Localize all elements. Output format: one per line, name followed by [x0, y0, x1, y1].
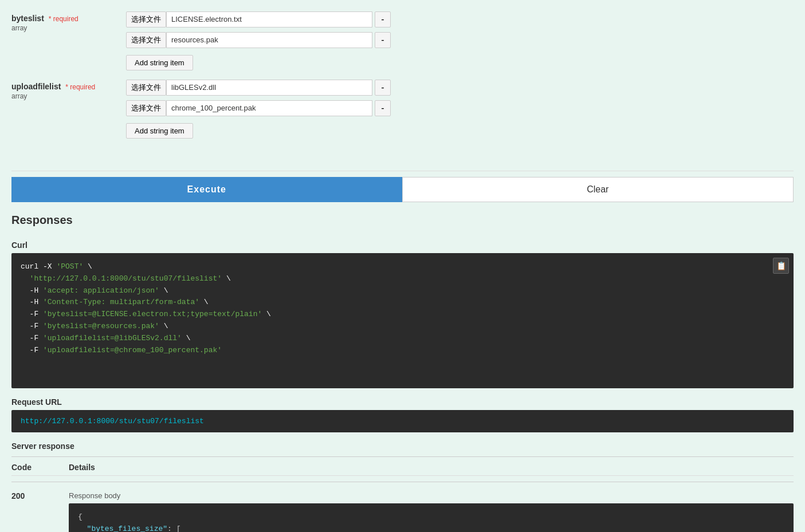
uploadfilelist-filename-1: chrome_100_percent.pak [166, 100, 372, 116]
curl-label: Curl [11, 241, 794, 250]
byteslist-choose-btn-1[interactable]: 选择文件 [126, 32, 166, 48]
byteslist-file-row-1: 选择文件 resources.pak - [126, 32, 794, 48]
server-response-label: Server response [11, 442, 794, 451]
uploadfilelist-remove-btn-0[interactable]: - [375, 80, 391, 96]
byteslist-label-area: byteslist * required array [11, 11, 126, 32]
curl-block: Curl curl -X 'POST' \ 'http://127.0.0.1:… [11, 241, 794, 388]
responses-section: Responses Curl curl -X 'POST' \ 'http://… [11, 214, 794, 532]
divider [11, 456, 794, 457]
byteslist-inputs: 选择文件 LICENSE.electron.txt - 选择文件 resourc… [126, 11, 794, 70]
sr-details-area: Response body { "bytes_files_size": [ 10… [69, 491, 794, 532]
uploadfilelist-file-row-1: 选择文件 chrome_100_percent.pak - [126, 100, 794, 116]
details-header: Details [69, 463, 794, 472]
action-bar: Execute Clear [11, 171, 794, 202]
byteslist-required: * required [49, 15, 78, 23]
divider2 [11, 482, 794, 482]
byteslist-label: byteslist [11, 14, 44, 23]
clear-button[interactable]: Clear [402, 177, 794, 202]
byteslist-remove-btn-0[interactable]: - [375, 11, 391, 27]
uploadfilelist-file-row-0: 选择文件 libGLESv2.dll - [126, 80, 794, 96]
uploadfilelist-required: * required [65, 83, 95, 91]
byteslist-field-group: byteslist * required array 选择文件 LICENSE.… [11, 11, 794, 70]
uploadfilelist-filename-0: libGLESv2.dll [166, 80, 372, 96]
uploadfilelist-choose-btn-1[interactable]: 选择文件 [126, 100, 166, 116]
request-url-block: Request URL http://127.0.0.1:8000/stu/st… [11, 397, 794, 432]
sr-code-value: 200 [11, 491, 69, 501]
uploadfilelist-add-btn[interactable]: Add string item [126, 123, 193, 139]
uploadfilelist-choose-btn-0[interactable]: 选择文件 [126, 80, 166, 96]
uploadfilelist-inputs: 选择文件 libGLESv2.dll - 选择文件 chrome_100_per… [126, 80, 794, 139]
sr-table-header: Code Details [11, 463, 794, 476]
server-response-section: Server response Code Details 200 Respons… [11, 442, 794, 532]
uploadfilelist-label: uploadfilelist [11, 82, 61, 91]
sr-row-200: 200 Response body { "bytes_files_size": … [11, 488, 794, 532]
uploadfilelist-label-area: uploadfilelist * required array [11, 80, 126, 100]
byteslist-filename-1: resources.pak [166, 32, 372, 48]
uploadfilelist-type: array [11, 92, 126, 100]
byteslist-file-row-0: 选择文件 LICENSE.electron.txt - [126, 11, 794, 27]
byteslist-choose-btn-0[interactable]: 选择文件 [126, 11, 166, 27]
page-wrapper: byteslist * required array 选择文件 LICENSE.… [0, 0, 805, 532]
curl-code: curl -X 'POST' \ 'http://127.0.0.1:8000/… [11, 253, 794, 388]
request-url-value: http://127.0.0.1:8000/stu/stu07/fileslis… [11, 410, 794, 432]
byteslist-remove-btn-1[interactable]: - [375, 32, 391, 48]
uploadfilelist-remove-btn-1[interactable]: - [375, 100, 391, 116]
uploadfilelist-field-group: uploadfilelist * required array 选择文件 lib… [11, 80, 794, 139]
curl-copy-btn[interactable]: 📋 [773, 258, 789, 274]
response-body-code: { "bytes_files_size": [ 1060, 8480329 ],… [69, 503, 794, 532]
execute-button[interactable]: Execute [11, 177, 402, 202]
response-body-label: Response body [69, 491, 794, 500]
form-section: byteslist * required array 选择文件 LICENSE.… [11, 6, 794, 159]
responses-title: Responses [11, 214, 794, 231]
byteslist-filename-0: LICENSE.electron.txt [166, 11, 372, 27]
byteslist-add-btn[interactable]: Add string item [126, 55, 193, 70]
code-header: Code [11, 463, 69, 472]
request-url-label: Request URL [11, 397, 794, 407]
byteslist-type: array [11, 24, 126, 32]
